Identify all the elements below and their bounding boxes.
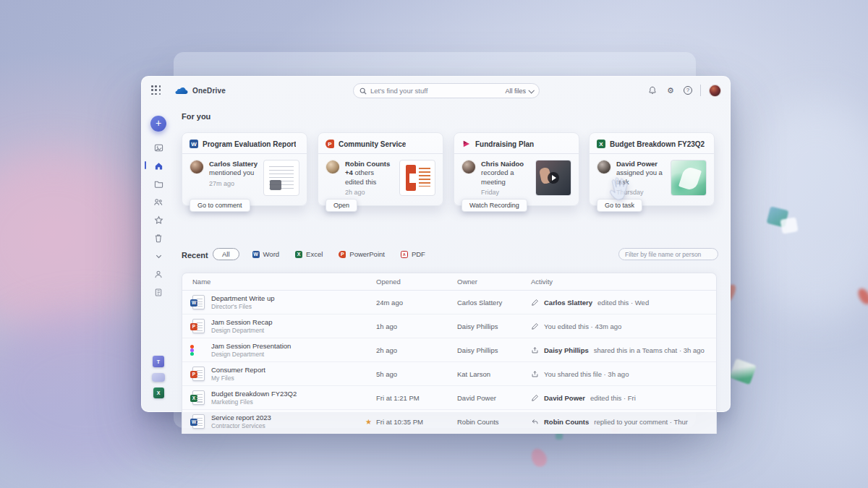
sidebar-item-people[interactable] bbox=[150, 265, 167, 283]
app-title: OneDrive bbox=[192, 87, 226, 95]
for-you-card-community-service[interactable]: P Community Service Robin Counts +4 othe… bbox=[318, 132, 443, 206]
sidebar-item-notebooks[interactable] bbox=[150, 283, 167, 301]
table-row[interactable]: Jam Session PresentationDesign Departmen… bbox=[182, 338, 716, 362]
for-you-heading: For you bbox=[182, 112, 210, 121]
table-row[interactable]: W Department Write upDirector's Files 24… bbox=[182, 291, 716, 314]
filter-pill-word[interactable]: WWord bbox=[250, 249, 283, 260]
word-icon: W bbox=[190, 140, 198, 148]
recent-heading: Recent bbox=[182, 251, 208, 260]
add-new-button[interactable]: + bbox=[150, 116, 166, 132]
powerpoint-icon: P bbox=[326, 140, 334, 148]
video-thumbnail[interactable] bbox=[535, 160, 571, 196]
excel-icon: X bbox=[597, 140, 605, 148]
onedrive-window: OneDrive All files ⚙ ? + bbox=[141, 76, 731, 412]
active-indicator bbox=[145, 161, 146, 169]
word-file-icon: W bbox=[192, 414, 205, 429]
go-to-comment-button[interactable]: Go to comment bbox=[190, 199, 250, 212]
pink-petal-bottom-1 bbox=[529, 446, 550, 469]
card-timestamp: Thursday bbox=[616, 189, 665, 197]
sidebar-more-chevron-icon[interactable] bbox=[150, 247, 167, 265]
filter-input[interactable] bbox=[618, 248, 718, 260]
filter-pills: All WWord XExcel PPowerPoint APDF bbox=[213, 248, 428, 260]
table-row[interactable]: P Jam Session RecapDesign Department 1h … bbox=[182, 314, 716, 338]
sidebar-item-shared[interactable] bbox=[150, 193, 167, 210]
divider bbox=[700, 85, 701, 96]
search-box[interactable]: All files bbox=[353, 83, 540, 98]
table-header: Name Opened Owner Activity bbox=[182, 273, 716, 291]
excel-app-tile[interactable]: X bbox=[153, 388, 164, 398]
column-header-name[interactable]: Name bbox=[182, 278, 376, 286]
play-icon bbox=[548, 172, 559, 184]
watch-recording-button[interactable]: Watch Recording bbox=[461, 199, 527, 212]
figma-file-icon bbox=[192, 343, 205, 357]
pink-flower-blur bbox=[0, 152, 152, 333]
sidebar-item-recycle-bin[interactable] bbox=[150, 229, 167, 247]
column-header-opened[interactable]: Opened bbox=[376, 278, 457, 286]
share-icon bbox=[531, 370, 539, 378]
word-app-tile[interactable] bbox=[152, 373, 165, 382]
powerpoint-file-icon: P bbox=[192, 319, 205, 333]
avatar bbox=[461, 160, 476, 174]
document-thumbnail bbox=[263, 160, 299, 196]
recent-files-table: Name Opened Owner Activity W Department … bbox=[182, 273, 717, 434]
go-to-task-button[interactable]: Go to task bbox=[597, 199, 642, 212]
light-blur-right bbox=[738, 101, 868, 318]
powerpoint-file-icon: P bbox=[192, 367, 205, 381]
search-scope-dropdown[interactable]: All files bbox=[505, 87, 533, 95]
notifications-bell-icon[interactable] bbox=[647, 85, 658, 95]
settings-gear-icon[interactable]: ⚙ bbox=[665, 85, 676, 95]
sidebar-item-my-files[interactable] bbox=[150, 175, 167, 192]
column-header-owner[interactable]: Owner bbox=[457, 278, 531, 286]
reply-arrow-icon bbox=[531, 418, 539, 426]
teal-cube bbox=[766, 206, 788, 228]
filter-pill-pdf[interactable]: APDF bbox=[398, 249, 428, 260]
word-icon: W bbox=[252, 251, 260, 258]
avatar bbox=[597, 160, 611, 174]
filter-pill-all[interactable]: All bbox=[213, 248, 239, 260]
onedrive-cloud-icon bbox=[174, 86, 188, 95]
powerpoint-icon: P bbox=[339, 251, 346, 258]
green-cube-2 bbox=[729, 359, 757, 385]
filter-pill-powerpoint[interactable]: PPowerPoint bbox=[336, 249, 388, 260]
excel-icon: X bbox=[295, 251, 302, 258]
excel-file-icon: X bbox=[192, 390, 205, 405]
spreadsheet-thumbnail bbox=[671, 160, 707, 196]
card-timestamp: Friday bbox=[481, 189, 530, 197]
main-content: For you W Program Evaluation Report Carl… bbox=[175, 104, 730, 411]
left-sidebar: + bbox=[142, 104, 175, 411]
edit-pencil-icon bbox=[531, 322, 539, 330]
pdf-icon: A bbox=[401, 251, 408, 258]
sidebar-item-favorites[interactable] bbox=[150, 211, 167, 228]
top-actions: ⚙ ? bbox=[647, 77, 721, 104]
card-timestamp: 2h ago bbox=[345, 189, 394, 197]
teams-app-tile[interactable]: T bbox=[153, 356, 164, 367]
account-avatar[interactable] bbox=[709, 85, 721, 97]
table-row[interactable]: P Consumer ReportMy Files 5h ago Kat Lar… bbox=[182, 362, 716, 386]
search-icon bbox=[359, 87, 367, 95]
favorite-star-icon[interactable]: ★ bbox=[346, 418, 376, 426]
stream-icon bbox=[461, 140, 471, 148]
table-row[interactable]: X Budget Breakdown FY23Q2Marketing Files… bbox=[182, 386, 716, 410]
search-input[interactable] bbox=[370, 87, 505, 95]
presentation-thumbnail bbox=[399, 160, 435, 196]
top-bar: OneDrive All files ⚙ ? bbox=[142, 77, 730, 104]
help-icon[interactable]: ? bbox=[684, 86, 692, 95]
column-header-activity[interactable]: Activity bbox=[531, 278, 716, 286]
card-timestamp: 27m ago bbox=[209, 180, 258, 189]
avatar bbox=[326, 160, 340, 174]
app-launcher-waffle-icon[interactable] bbox=[151, 85, 161, 95]
for-you-card-fundraising-plan[interactable]: Fundraising Plan Chris Naidoo recorded a… bbox=[454, 132, 579, 206]
sidebar-item-home[interactable] bbox=[150, 157, 167, 174]
onedrive-brand[interactable]: OneDrive bbox=[174, 86, 226, 95]
sidebar-item-photos[interactable] bbox=[150, 139, 167, 156]
edit-pencil-icon bbox=[531, 299, 539, 307]
chevron-down-icon bbox=[528, 87, 534, 93]
for-you-card-budget-breakdown[interactable]: X Budget Breakdown FY23Q2 David Power as… bbox=[589, 132, 715, 206]
filter-pill-excel[interactable]: XExcel bbox=[292, 249, 326, 260]
table-row[interactable]: W Service report 2023Contractor Services… bbox=[182, 410, 716, 434]
red-petal-edge bbox=[856, 286, 868, 307]
word-file-icon: W bbox=[192, 295, 205, 309]
for-you-card-program-evaluation[interactable]: W Program Evaluation Report Carlos Slatt… bbox=[182, 132, 307, 206]
open-button[interactable]: Open bbox=[326, 199, 357, 212]
edit-pencil-icon bbox=[531, 394, 539, 402]
